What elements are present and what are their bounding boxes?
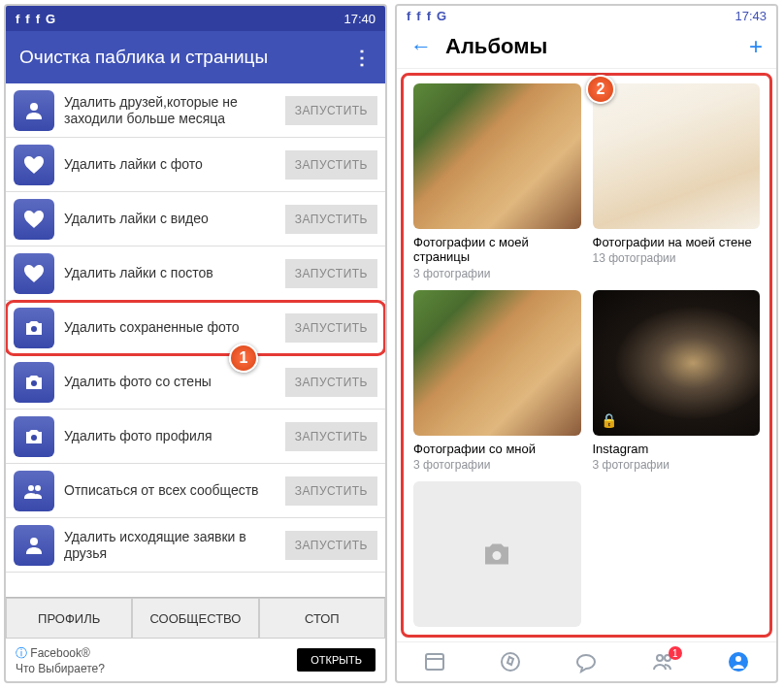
facebook-icon: f xyxy=(25,12,29,26)
camera-icon xyxy=(14,416,54,457)
nav-discover-icon[interactable] xyxy=(499,650,522,673)
action-list: Удалить друзей,которые не заходили больш… xyxy=(6,83,385,597)
google-icon: G xyxy=(437,9,446,23)
item-label: Удалить сохраненные фото xyxy=(64,319,276,336)
album-thumbnail: 🔒 xyxy=(593,290,761,436)
album-thumbnail xyxy=(413,83,581,229)
album-thumbnail xyxy=(593,83,761,229)
svg-point-1 xyxy=(31,326,37,332)
person-icon xyxy=(14,525,54,566)
svg-point-2 xyxy=(31,380,37,386)
status-bar: f f f G 17:40 xyxy=(6,6,385,31)
album-thumbnail xyxy=(413,290,581,436)
list-item[interactable]: Отписаться от всех сообществ ЗАПУСТИТЬ xyxy=(6,464,385,518)
item-label: Удалить лайки с фото xyxy=(64,156,276,173)
svg-point-14 xyxy=(735,656,741,662)
tab-community[interactable]: СООБЩЕСТВО xyxy=(132,598,258,639)
run-button[interactable]: ЗАПУСТИТЬ xyxy=(285,313,377,343)
albums-grid: Фотографии с моей страницы 3 фотографии … xyxy=(401,73,772,639)
heart-icon xyxy=(14,199,54,240)
svg-point-3 xyxy=(31,435,37,441)
page-title: Альбомы xyxy=(445,34,749,59)
callout-1: 1 xyxy=(229,344,258,373)
ad-subtitle: Что Выбираете? xyxy=(16,662,105,675)
facebook-icon: f xyxy=(427,9,431,23)
svg-point-7 xyxy=(493,551,502,560)
clock: 17:40 xyxy=(343,12,376,26)
svg-point-0 xyxy=(30,103,38,111)
status-icons: f f f G xyxy=(16,12,55,26)
app-bar: Очистка паблика и страницы ⋮ xyxy=(6,31,385,83)
clock: 17:43 xyxy=(735,9,767,23)
album-item[interactable]: Фотографии на моей стене 13 фотографии xyxy=(593,83,761,280)
list-item[interactable]: Удалить лайки с постов ЗАПУСТИТЬ xyxy=(6,246,385,301)
item-label: Удалить друзей,которые не заходили больш… xyxy=(64,94,276,127)
phone-right: f f f G 17:43 ← Альбомы + Фотографии с м… xyxy=(395,4,778,683)
album-count: 13 фотографии xyxy=(593,251,761,265)
nav-friends-icon[interactable]: 1 xyxy=(651,650,674,673)
list-item[interactable]: Удалить исходящие заявки в друзья ЗАПУСТ… xyxy=(6,518,385,573)
run-button[interactable]: ЗАПУСТИТЬ xyxy=(285,205,377,234)
album-item-new[interactable] xyxy=(413,481,581,627)
svg-point-11 xyxy=(657,655,663,661)
ad-title: Facebook® xyxy=(16,645,105,662)
add-icon[interactable]: + xyxy=(749,33,763,60)
heart-icon xyxy=(14,145,54,185)
album-item[interactable]: Фотографии с моей страницы 3 фотографии xyxy=(413,83,581,280)
album-title: Фотографии с моей страницы xyxy=(413,235,581,265)
item-label: Удалить лайки с видео xyxy=(64,211,276,227)
status-icons: f f f G xyxy=(407,9,446,23)
callout-2: 2 xyxy=(586,75,615,104)
run-button[interactable]: ЗАПУСТИТЬ xyxy=(285,259,377,288)
item-label: Удалить лайки с постов xyxy=(64,265,276,281)
phone-left: f f f G 17:40 Очистка паблика и страницы… xyxy=(4,4,387,683)
album-title: Фотографии со мной xyxy=(413,442,581,457)
svg-point-10 xyxy=(502,653,519,671)
person-icon xyxy=(14,90,54,131)
back-icon[interactable]: ← xyxy=(410,34,432,59)
list-item[interactable]: Удалить друзей,которые не заходили больш… xyxy=(6,83,385,138)
album-item[interactable]: 🔒 Instagram 3 фотографии xyxy=(593,290,761,473)
app-bar: ← Альбомы + xyxy=(397,26,776,69)
menu-icon[interactable]: ⋮ xyxy=(352,46,372,69)
item-label: Отписаться от всех сообществ xyxy=(64,482,276,499)
svg-point-6 xyxy=(30,538,38,545)
run-button[interactable]: ЗАПУСТИТЬ xyxy=(285,150,377,180)
list-item[interactable]: Удалить лайки с видео ЗАПУСТИТЬ xyxy=(6,192,385,246)
album-title: Фотографии на моей стене xyxy=(593,235,761,250)
camera-icon xyxy=(14,362,54,403)
badge: 1 xyxy=(669,646,682,660)
svg-point-4 xyxy=(28,485,34,491)
google-icon: G xyxy=(46,12,55,26)
nav-news-icon[interactable] xyxy=(423,650,446,673)
bottom-tabs: ПРОФИЛЬ СООБЩЕСТВО СТОП xyxy=(6,597,385,639)
page-title: Очистка паблика и страницы xyxy=(19,47,268,68)
tab-profile[interactable]: ПРОФИЛЬ xyxy=(6,598,132,639)
run-button[interactable]: ЗАПУСТИТЬ xyxy=(285,422,377,451)
nav-profile-icon[interactable] xyxy=(727,650,750,673)
nav-messages-icon[interactable] xyxy=(574,650,598,673)
list-item[interactable]: Удалить фото со стены ЗАПУСТИТЬ xyxy=(6,355,385,410)
list-item-delete-saved-photos[interactable]: Удалить сохраненные фото ЗАПУСТИТЬ xyxy=(6,301,385,355)
item-label: Удалить фото профиля xyxy=(64,428,276,444)
album-count: 3 фотографии xyxy=(413,267,581,280)
svg-point-5 xyxy=(35,485,41,491)
ad-banner[interactable]: Facebook® Что Выбираете? ОТКРЫТЬ xyxy=(6,639,385,681)
svg-rect-8 xyxy=(426,654,443,670)
run-button[interactable]: ЗАПУСТИТЬ xyxy=(285,96,377,125)
ad-open-button[interactable]: ОТКРЫТЬ xyxy=(297,648,376,672)
list-item[interactable]: Удалить фото профиля ЗАПУСТИТЬ xyxy=(6,410,385,464)
run-button[interactable]: ЗАПУСТИТЬ xyxy=(285,476,377,506)
bottom-nav: 1 xyxy=(397,641,776,681)
album-title: Instagram xyxy=(593,442,761,457)
status-bar: f f f G 17:43 xyxy=(397,6,776,26)
tab-stop[interactable]: СТОП xyxy=(259,598,385,639)
run-button[interactable]: ЗАПУСТИТЬ xyxy=(285,531,377,560)
run-button[interactable]: ЗАПУСТИТЬ xyxy=(285,368,377,397)
album-item[interactable]: Фотографии со мной 3 фотографии xyxy=(413,290,581,473)
list-item[interactable]: Удалить лайки с фото ЗАПУСТИТЬ xyxy=(6,138,385,192)
heart-icon xyxy=(14,253,54,294)
group-icon xyxy=(14,471,54,511)
item-label: Удалить исходящие заявки в друзья xyxy=(64,529,276,562)
facebook-icon: f xyxy=(407,9,410,23)
